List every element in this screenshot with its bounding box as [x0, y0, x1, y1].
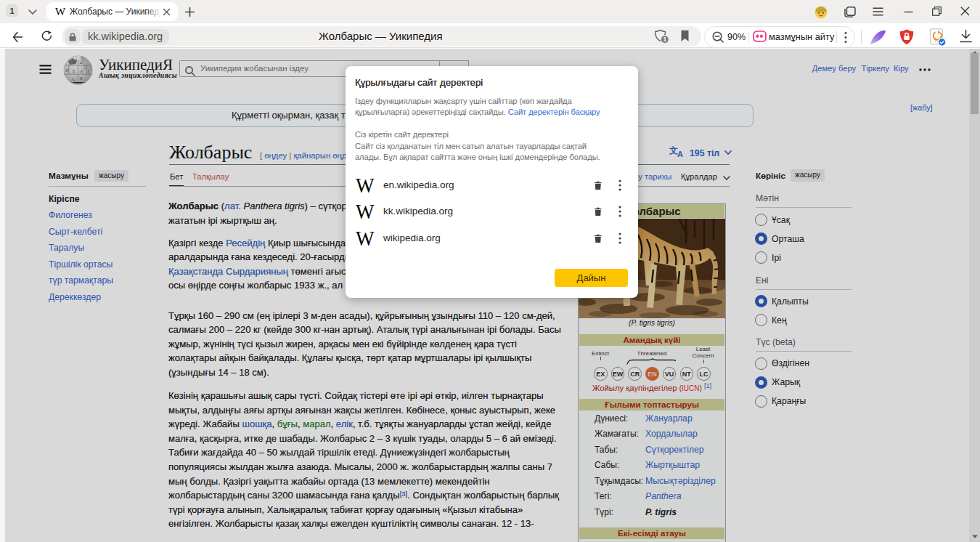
svg-text:1: 1 [663, 36, 666, 43]
